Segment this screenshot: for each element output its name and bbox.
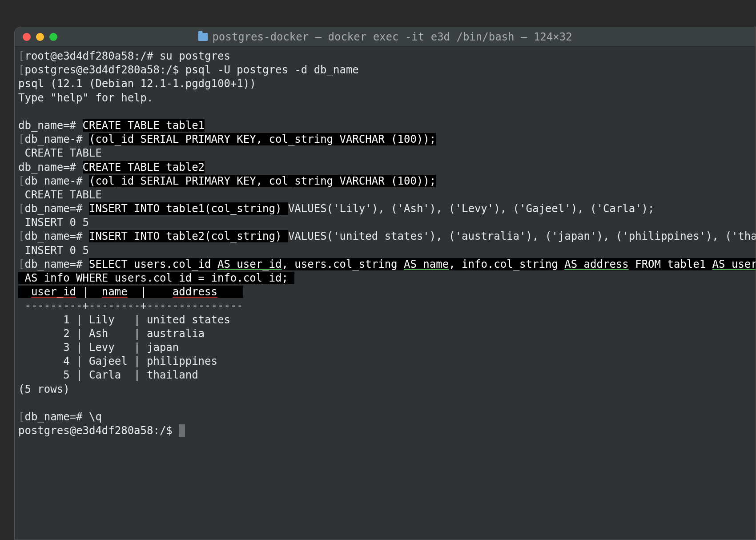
prompt-postgres: postgres@e3d4df280a58:/$ [18,424,179,437]
result-count: (5 rows) [18,383,70,395]
bracket: [ [18,411,24,423]
terminal-window: postgres-docker — docker exec -it e3d /b… [14,27,756,540]
folder-icon [198,33,208,41]
result-row: 3 | Levy | japan [18,341,179,354]
traffic-lights [23,33,57,41]
bracket: [ [18,258,24,270]
cmd-su: su postgres [160,50,230,62]
cmd-psql: psql -U postgres -d db_name [185,64,359,76]
bracket: [ [18,175,24,187]
bracket: [ [18,133,24,145]
prompt-db: db_name=# [18,161,83,173]
close-button[interactable] [23,33,31,41]
cmd-insert-table2: INSERT INTO table2(col_string) [89,230,288,242]
zoom-button[interactable] [49,33,57,41]
cmd-create-table1-cols: (col_id SERIAL PRIMARY KEY, col_string V… [89,133,436,145]
result-row: 2 | Ash | australia [18,327,205,340]
output-insert: INSERT 0 5 [18,244,89,257]
cursor [179,424,185,437]
prompt-db: db_name=# [24,258,89,270]
terminal-content[interactable]: [root@e3d4df280a58:/# su postgres [postg… [15,47,756,540]
bracket: [ [18,50,24,62]
prompt-db-cont: db_name-# [24,133,89,145]
result-row: 4 | Gajeel | philippines [18,355,217,367]
cmd-select-cont: AS info WHERE users.col_id = info.col_id… [18,272,294,284]
output-insert: INSERT 0 5 [18,216,89,229]
cmd-insert-table1-values: VALUES('Lily'), ('Ash'), ('Levy'), ('Gaj… [288,202,655,215]
result-row: 1 | Lily | united states [18,314,230,326]
prompt-root: root@e3d4df280a58:/# [24,50,159,62]
cmd-insert-table2-values: VALUES('united states'), ('australia'), … [288,230,756,242]
output-create-table: CREATE TABLE [18,147,102,159]
window-title: postgres-docker — docker exec -it e3d /b… [198,31,572,43]
psql-help: Type "help" for help. [18,92,153,104]
cmd-create-table1: CREATE TABLE table1 [83,119,205,132]
bracket: [ [18,230,24,242]
prompt-db: db_name=# [18,119,83,132]
result-header: user_id | name | address [18,286,243,298]
result-row: 5 | Carla | thailand [18,369,198,381]
prompt-db: db_name=# [24,202,89,215]
cmd-insert-table1: INSERT INTO table1(col_string) [89,202,288,215]
minimize-button[interactable] [36,33,44,41]
bracket: [ [18,202,24,215]
cmd-select: SELECT users.col_id AS user_id, users.co… [89,258,756,270]
prompt-db: db_name=# [24,411,89,423]
output-create-table: CREATE TABLE [18,189,102,201]
cmd-create-table2: CREATE TABLE table2 [83,161,205,173]
prompt-postgres: postgres@e3d4df280a58:/$ [24,64,185,76]
cmd-create-table2-cols: (col_id SERIAL PRIMARY KEY, col_string V… [89,175,436,187]
cmd-quit: \q [89,411,102,423]
titlebar: postgres-docker — docker exec -it e3d /b… [15,27,756,47]
psql-version: psql (12.1 (Debian 12.1-1.pgdg100+1)) [18,77,256,90]
prompt-db: db_name=# [24,230,89,242]
prompt-db-cont: db_name-# [24,175,89,187]
result-separator: ---------+--------+--------------- [18,299,243,312]
window-title-text: postgres-docker — docker exec -it e3d /b… [212,31,572,43]
bracket: [ [18,64,24,76]
